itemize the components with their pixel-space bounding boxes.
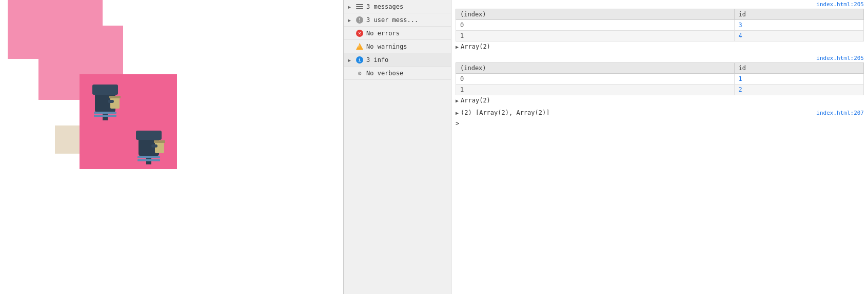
table-row: 0 1 xyxy=(456,74,864,85)
svg-rect-15 xyxy=(137,159,160,161)
table2-row0-id: 1 xyxy=(734,74,864,85)
link-top[interactable]: index.html:205 xyxy=(451,0,868,9)
triangle-yellow-icon xyxy=(356,43,363,50)
console-label-errors: No errors xyxy=(366,30,400,37)
output-table-1: (index) id 0 3 1 4 xyxy=(456,9,864,41)
combined-expand[interactable]: ▶ xyxy=(456,110,459,116)
table2-header-index: (index) xyxy=(456,63,735,74)
console-item-user-messages[interactable]: ▶ ! 3 user mess... xyxy=(344,13,451,27)
expand-arrow-user: ▶ xyxy=(348,17,353,23)
table2-row0-index: 0 xyxy=(456,74,735,85)
circle-gray-icon: ! xyxy=(356,16,363,24)
output-table-2: (index) id 0 1 1 2 xyxy=(456,62,864,95)
console-item-info[interactable]: ▶ i 3 info xyxy=(344,53,451,67)
output-prompt[interactable]: > xyxy=(451,118,868,129)
svg-rect-12 xyxy=(154,140,165,143)
expand-arrow-info: ▶ xyxy=(348,57,353,62)
circle-blue-icon: i xyxy=(356,56,363,64)
table1-row1-id: 4 xyxy=(734,31,864,41)
table1-header-index: (index) xyxy=(456,9,735,20)
console-label-warnings: No warnings xyxy=(366,43,407,50)
expand-arrow-messages: ▶ xyxy=(348,4,353,9)
table2-row1-index: 1 xyxy=(456,85,735,95)
svg-rect-1 xyxy=(92,85,118,95)
console-label-verbose: No verbose xyxy=(366,70,403,77)
table-section-2: (index) id 0 1 1 2 ▶ Array(2) xyxy=(451,62,868,106)
svg-rect-6 xyxy=(94,112,116,114)
svg-rect-11 xyxy=(155,142,164,153)
table1-row0-index: 0 xyxy=(456,20,735,31)
array-expand-1[interactable]: ▶ xyxy=(456,44,459,50)
link-top-text[interactable]: index.html:205 xyxy=(816,1,864,8)
gear-icon: ⚙ xyxy=(356,70,363,77)
prompt-symbol: > xyxy=(456,120,459,127)
output-panel: index.html:205 (index) id 0 3 1 4 xyxy=(451,0,868,294)
console-item-warnings[interactable]: No warnings xyxy=(344,40,451,53)
character-illustration-top xyxy=(80,82,131,128)
canvas-panel xyxy=(0,0,344,294)
link-combined[interactable]: index.html:207 xyxy=(816,110,864,116)
array-row-2[interactable]: ▶ Array(2) xyxy=(451,95,868,106)
array-expand-2[interactable]: ▶ xyxy=(456,98,459,103)
table1-header-id: id xyxy=(734,9,864,20)
table1-row0-id: 3 xyxy=(734,20,864,31)
character-illustration-bottom xyxy=(123,131,174,172)
console-label-info: 3 info xyxy=(366,56,388,64)
array-label-2: Array(2) xyxy=(461,97,490,104)
array-label-1: Array(2) xyxy=(461,43,490,50)
link-mid[interactable]: index.html:205 xyxy=(451,54,868,62)
console-item-verbose[interactable]: ⚙ No verbose xyxy=(344,67,451,80)
svg-rect-7 xyxy=(94,115,116,117)
combined-label: (2) [Array(2), Array(2)] xyxy=(461,109,549,116)
table-row: 1 2 xyxy=(456,85,864,95)
console-label-messages: 3 messages xyxy=(366,3,403,10)
table-row: 0 3 xyxy=(456,20,864,31)
console-item-errors[interactable]: ✕ No errors xyxy=(344,27,451,40)
link-mid-text[interactable]: index.html:205 xyxy=(816,55,864,61)
rect-beige-bottom xyxy=(55,125,80,154)
combined-array-row[interactable]: ▶ (2) [Array(2), Array(2)] index.html:20… xyxy=(451,108,868,118)
table2-row1-id: 2 xyxy=(734,85,864,95)
svg-rect-5 xyxy=(108,100,114,103)
svg-rect-4 xyxy=(109,96,121,98)
table-row: 1 4 xyxy=(456,31,864,41)
console-label-user-messages: 3 user mess... xyxy=(366,16,418,24)
console-filter-panel: ▶ 3 messages ▶ ! 3 user mess... ✕ No err… xyxy=(344,0,451,294)
console-item-messages[interactable]: ▶ 3 messages xyxy=(344,0,451,13)
svg-rect-9 xyxy=(136,131,162,140)
svg-rect-13 xyxy=(151,144,157,148)
svg-rect-14 xyxy=(137,156,160,158)
table-section-1: (index) id 0 3 1 4 ▶ Array(2) xyxy=(451,9,868,52)
array-row-1[interactable]: ▶ Array(2) xyxy=(451,41,868,52)
table1-row1-index: 1 xyxy=(456,31,735,41)
circle-red-icon: ✕ xyxy=(356,30,363,37)
table2-header-id: id xyxy=(734,63,864,74)
lines-icon xyxy=(356,3,363,10)
